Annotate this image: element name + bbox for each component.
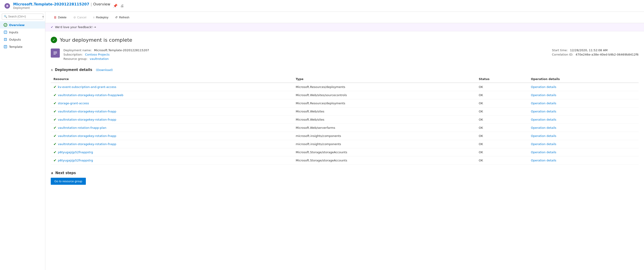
feedback-banner: ✔ We'd love your feedback! → bbox=[45, 23, 644, 31]
sidebar-item-outputs[interactable]: Outputs bbox=[0, 36, 45, 43]
print-icon[interactable]: 🖨 bbox=[120, 4, 124, 8]
resource-link[interactable]: vaultrotation-storagekey-rotation-fnapp/… bbox=[58, 93, 123, 97]
feedback-text[interactable]: We'd love your feedback! → bbox=[55, 25, 96, 29]
table-row: ✔ p6tyugajzjp52fnappstrg Microsoft.Stora… bbox=[51, 148, 638, 156]
app-icon bbox=[4, 2, 11, 10]
go-to-resource-group-button[interactable]: Go to resource group bbox=[51, 178, 86, 185]
next-steps-title: ∧ Next steps bbox=[51, 171, 638, 175]
row-status-icon: ✔ bbox=[54, 93, 56, 97]
type-cell-3: Microsoft.Web/sites bbox=[293, 107, 476, 116]
refresh-icon: ↺ bbox=[115, 16, 118, 19]
operation-details-link[interactable]: Operation details bbox=[531, 102, 556, 105]
operation-details-link[interactable]: Operation details bbox=[531, 142, 556, 146]
subscription-link[interactable]: Contoso Projects bbox=[85, 53, 110, 56]
redeploy-button[interactable]: ↑ Redeploy bbox=[90, 14, 111, 21]
pin-icon[interactable]: 📌 bbox=[113, 4, 118, 8]
table-row: ✔ vaultrotation-storagekey-rotation-fnap… bbox=[51, 116, 638, 124]
resource-subtitle: Deployment bbox=[13, 6, 110, 10]
resource-link[interactable]: vaultrotation-storagekey-rotation-fnapp bbox=[58, 134, 116, 138]
operation-details-link[interactable]: Operation details bbox=[531, 151, 556, 154]
row-status-icon: ✔ bbox=[54, 117, 56, 122]
col-resource: Resource bbox=[51, 76, 293, 83]
type-cell-8: Microsoft.Storage/storageAccounts bbox=[293, 148, 476, 156]
type-cell-1: Microsoft.Web/sites/sourcecontrols bbox=[293, 91, 476, 99]
status-cell-2: OK bbox=[476, 99, 528, 107]
start-time-value: 12/28/2020, 11:52:08 AM bbox=[570, 49, 608, 52]
table-row: ✔ p6tyugajzjp52fnappstrg Microsoft.Stora… bbox=[51, 156, 638, 165]
operation-details-link[interactable]: Operation details bbox=[531, 85, 556, 89]
search-box[interactable]: 🔍 « bbox=[2, 14, 43, 20]
success-icon: ✓ bbox=[51, 37, 57, 43]
operation-details-link[interactable]: Operation details bbox=[531, 126, 556, 129]
status-cell-3: OK bbox=[476, 107, 528, 116]
table-row: ✔ kv-event-subscription-and-grant-access… bbox=[51, 83, 638, 91]
subscription-label: Subscription: bbox=[64, 53, 83, 56]
sidebar-item-template[interactable]: Template bbox=[0, 43, 45, 50]
resource-cell-3: ✔ vaultrotation-storagekey-rotation-fnap… bbox=[51, 107, 293, 116]
main-content: 🗑 Delete ⊘ Cancel ↑ Redeploy ↺ Refresh ✔… bbox=[45, 12, 644, 270]
operation-cell-5: Operation details bbox=[528, 124, 638, 132]
next-steps-collapse-icon[interactable]: ∧ bbox=[51, 171, 54, 175]
resource-link[interactable]: p6tyugajzjp52fnappstrg bbox=[58, 151, 93, 154]
title-separator: | bbox=[90, 2, 92, 6]
table-row: ✔ vaultrotation-storagekey-rotation-fnap… bbox=[51, 107, 638, 116]
resource-group-link[interactable]: vaultrotation bbox=[90, 57, 109, 61]
sidebar-item-overview[interactable]: Overview bbox=[0, 21, 45, 29]
operation-details-link[interactable]: Operation details bbox=[531, 134, 556, 138]
type-cell-5: Microsoft.Web/serverfarms bbox=[293, 124, 476, 132]
operation-details-link[interactable]: Operation details bbox=[531, 110, 556, 113]
cancel-button[interactable]: ⊘ Cancel bbox=[70, 14, 89, 21]
outputs-icon bbox=[4, 38, 7, 41]
resource-link[interactable]: vaultrotation-storagekey-rotation-fnapp bbox=[58, 142, 116, 146]
resource-cell-6: ✔ vaultrotation-storagekey-rotation-fnap… bbox=[51, 132, 293, 140]
operation-details-link[interactable]: Operation details bbox=[531, 118, 556, 121]
inputs-icon bbox=[4, 30, 7, 34]
sidebar-nav: OverviewInputsOutputsTemplate bbox=[0, 21, 45, 50]
section-collapse-icon[interactable]: ∧ bbox=[51, 68, 53, 72]
sidebar-item-inputs[interactable]: Inputs bbox=[0, 29, 45, 36]
operation-cell-3: Operation details bbox=[528, 107, 638, 116]
top-bar-actions: 📌 🖨 bbox=[113, 4, 124, 8]
download-link[interactable]: (Download) bbox=[96, 68, 113, 72]
resource-link[interactable]: vaultrotation-rotation-fnapp-plan bbox=[58, 126, 106, 129]
resource-link[interactable]: vaultrotation-storagekey-rotation-fnapp bbox=[58, 110, 116, 113]
table-row: ✔ vaultrotation-rotation-fnapp-plan Micr… bbox=[51, 124, 638, 132]
search-input[interactable] bbox=[8, 15, 42, 18]
correlation-row: Correlation ID: 470e246e-a38e-40ed-b9b2-… bbox=[552, 53, 638, 56]
refresh-button[interactable]: ↺ Refresh bbox=[112, 14, 132, 21]
operation-cell-2: Operation details bbox=[528, 99, 638, 107]
resource-link[interactable]: storage-grant-access bbox=[58, 102, 89, 105]
resource-cell-5: ✔ vaultrotation-rotation-fnapp-plan bbox=[51, 124, 293, 132]
sidebar-item-label: Overview bbox=[9, 23, 25, 27]
status-cell-7: OK bbox=[476, 140, 528, 148]
section-header: ∧ Deployment details (Download) bbox=[51, 68, 638, 72]
operation-details-link[interactable]: Operation details bbox=[531, 93, 556, 97]
collapse-button[interactable]: « bbox=[42, 15, 44, 18]
success-title: Your deployment is complete bbox=[60, 37, 132, 43]
deployment-table: Resource Type Status Operation details ✔… bbox=[51, 76, 638, 165]
col-type: Type bbox=[293, 76, 476, 83]
status-cell-5: OK bbox=[476, 124, 528, 132]
table-body: ✔ kv-event-subscription-and-grant-access… bbox=[51, 83, 638, 165]
redeploy-icon: ↑ bbox=[93, 16, 95, 19]
col-operation: Operation details bbox=[528, 76, 638, 83]
sidebar: 🔍 « OverviewInputsOutputsTemplate bbox=[0, 12, 45, 270]
subscription-row: Subscription: Contoso Projects bbox=[64, 53, 149, 56]
table-header: Resource Type Status Operation details bbox=[51, 76, 638, 83]
deployment-details-section: ∧ Deployment details (Download) Resource… bbox=[51, 68, 638, 165]
status-cell-6: OK bbox=[476, 132, 528, 140]
resource-group-label: Resource group: bbox=[64, 57, 88, 61]
status-cell-1: OK bbox=[476, 91, 528, 99]
resource-link[interactable]: vaultrotation-storagekey-rotation-fnapp bbox=[58, 118, 116, 121]
section-title: Deployment details bbox=[55, 68, 92, 72]
type-cell-6: microsoft.insights/components bbox=[293, 132, 476, 140]
resource-group-row: Resource group: vaultrotation bbox=[64, 57, 149, 61]
resource-link[interactable]: kv-event-subscription-and-grant-access bbox=[58, 85, 116, 89]
status-cell-4: OK bbox=[476, 116, 528, 124]
delete-button[interactable]: 🗑 Delete bbox=[51, 14, 70, 21]
svg-rect-5 bbox=[4, 31, 7, 34]
start-time-row: Start time: 12/28/2020, 11:52:08 AM bbox=[552, 49, 638, 52]
operation-details-link[interactable]: Operation details bbox=[531, 159, 556, 162]
resource-link[interactable]: p6tyugajzjp52fnappstrg bbox=[58, 159, 93, 162]
deployment-name-label: Deployment name: bbox=[64, 49, 92, 52]
